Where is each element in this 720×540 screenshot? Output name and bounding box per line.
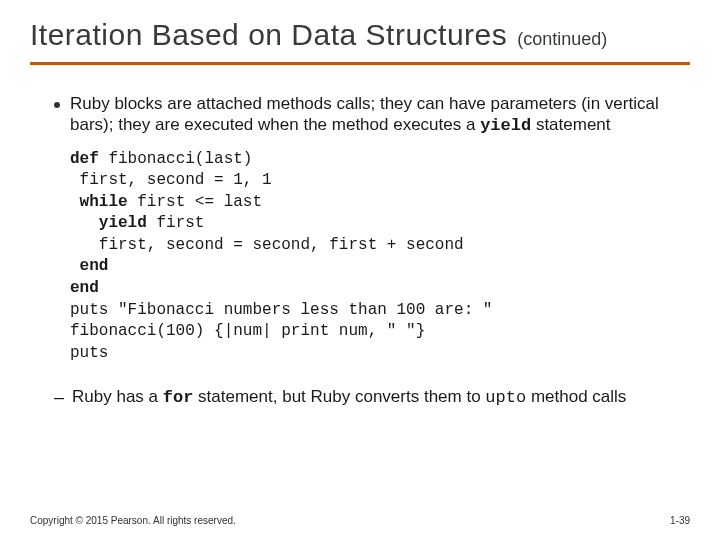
sub-bullet-text: Ruby has a for statement, but Ruby conve… xyxy=(72,386,626,409)
dash-icon: – xyxy=(54,386,64,409)
bullet-item: Ruby blocks are attached methods calls; … xyxy=(54,93,680,137)
slide-title: Iteration Based on Data Structures xyxy=(30,18,507,52)
code-l1b: fibonacci(last) xyxy=(99,150,253,168)
bullet-text: Ruby blocks are attached methods calls; … xyxy=(70,93,680,137)
slide: Iteration Based on Data Structures (cont… xyxy=(0,0,720,540)
title-row: Iteration Based on Data Structures (cont… xyxy=(30,18,690,52)
sub-code2: upto xyxy=(485,388,526,407)
code-l10: puts xyxy=(70,344,108,362)
code-kw-yield: yield xyxy=(99,214,147,232)
code-kw-end1: end xyxy=(80,257,109,275)
divider-rule xyxy=(30,62,690,65)
code-l3a xyxy=(70,193,80,211)
sub-mid: statement, but Ruby converts them to xyxy=(193,387,485,406)
bullet-post: statement xyxy=(531,115,610,134)
code-l2: first, second = 1, 1 xyxy=(70,171,272,189)
code-l3c: first <= last xyxy=(128,193,262,211)
code-l6a xyxy=(70,257,80,275)
sub-pre: Ruby has a xyxy=(72,387,163,406)
sub-post: method calls xyxy=(526,387,626,406)
code-kw-def: def xyxy=(70,150,99,168)
code-l9: fibonacci(100) {|num| print num, " "} xyxy=(70,322,425,340)
page-number: 1-39 xyxy=(670,515,690,526)
code-l5: first, second = second, first + second xyxy=(70,236,464,254)
sub-code1: for xyxy=(163,388,194,407)
content-area: Ruby blocks are attached methods calls; … xyxy=(30,93,690,409)
copyright-text: Copyright © 2015 Pearson. All rights res… xyxy=(30,515,236,526)
slide-subtitle: (continued) xyxy=(517,29,607,50)
code-l4c: first xyxy=(147,214,205,232)
bullet-code: yield xyxy=(480,116,531,135)
code-l8: puts "Fibonacci numbers less than 100 ar… xyxy=(70,301,492,319)
footer: Copyright © 2015 Pearson. All rights res… xyxy=(30,515,690,526)
bullet-dot-icon xyxy=(54,102,60,108)
code-kw-end2: end xyxy=(70,279,99,297)
sub-bullet-item: – Ruby has a for statement, but Ruby con… xyxy=(54,386,680,409)
code-kw-while: while xyxy=(80,193,128,211)
code-block: def fibonacci(last) first, second = 1, 1… xyxy=(70,149,680,365)
code-l4a xyxy=(70,214,99,232)
